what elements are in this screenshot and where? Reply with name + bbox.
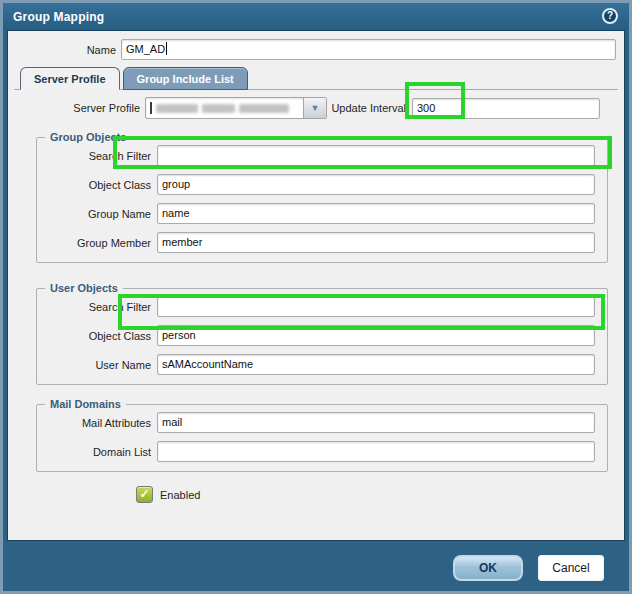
text-cursor [150,102,152,114]
mail-attributes-label: Mail Attributes [41,417,151,429]
group-objects-legend: Group Objects [45,131,131,143]
field-row: Object Class person [41,325,595,346]
user-object-class-field[interactable]: person [157,325,595,346]
name-field-value: GM_AD [126,43,165,55]
group-search-filter-label: Search Filter [41,150,151,162]
redaction-blob [156,104,198,113]
user-objects-search-filter-field[interactable] [157,296,595,317]
enabled-label: Enabled [160,489,200,501]
name-row: Name GM_AD [14,39,616,60]
redaction-blob [202,104,235,113]
name-field[interactable]: GM_AD [121,39,616,60]
domain-list-field[interactable] [157,441,595,462]
group-name-field[interactable]: name [157,203,595,224]
content-panel: Name GM_AD Server Profile Group Include … [7,30,625,541]
tab-group-include-list[interactable]: Group Include List [123,67,248,90]
help-icon[interactable]: ? [602,8,618,24]
group-objects-fieldset: Group Objects Search Filter Object Class… [36,131,608,263]
group-objects-search-filter-field[interactable] [157,145,595,166]
group-name-label: Group Name [41,208,151,220]
user-name-field[interactable]: sAMAccountName [157,354,595,375]
update-interval-field[interactable]: 300 [412,98,600,119]
enabled-row: ✓ Enabled [136,486,618,503]
redaction-blob [239,104,289,113]
page-title: Group Mapping [13,10,104,24]
group-object-class-field[interactable]: group [157,174,595,195]
user-search-filter-label: Search Filter [41,301,151,313]
update-interval-label: Update Interval [327,102,406,114]
field-row: Group Name name [41,203,595,224]
name-label: Name [14,44,116,56]
tab-bar: Server Profile Group Include List [20,67,618,89]
chevron-down-icon[interactable]: ▼ [303,98,326,118]
user-objects-legend: User Objects [45,282,123,294]
field-row: Search Filter [41,296,595,317]
title-bar: Group Mapping ? [3,3,629,30]
ok-button[interactable]: OK [453,555,523,581]
field-row: User Name sAMAccountName [41,354,595,375]
enabled-checkbox[interactable]: ✓ [136,486,153,503]
user-name-label: User Name [41,359,151,371]
group-object-class-label: Object Class [41,179,151,191]
redacted-value [146,98,303,118]
user-objects-fieldset: User Objects Search Filter Object Class … [36,282,608,385]
checkbox-check-icon: ✓ [139,487,149,501]
group-mapping-dialog: Group Mapping ? Name GM_AD Server Profil… [0,0,632,594]
group-member-field[interactable]: member [157,232,595,253]
mail-attributes-field[interactable]: mail [157,412,595,433]
server-profile-row: Server Profile ▼ Update Interval 300 [20,97,600,119]
server-profile-dropdown[interactable]: ▼ [145,97,327,119]
field-row: Mail Attributes mail [41,412,595,433]
field-row: Object Class group [41,174,595,195]
mail-domains-fieldset: Mail Domains Mail Attributes mail Domain… [36,398,608,472]
tab-server-profile[interactable]: Server Profile [20,67,120,90]
domain-list-label: Domain List [41,446,151,458]
cancel-button[interactable]: Cancel [538,555,604,581]
field-row: Domain List [41,441,595,462]
text-cursor [166,42,167,55]
server-profile-label: Server Profile [20,102,140,114]
server-profile-tab-panel: Server Profile ▼ Update Interval 300 Gr [14,89,618,503]
field-row: Group Member member [41,232,595,253]
user-object-class-label: Object Class [41,330,151,342]
field-row: Search Filter [41,145,595,166]
footer-bar: OK Cancel [3,545,629,591]
group-member-label: Group Member [41,237,151,249]
mail-domains-legend: Mail Domains [45,398,126,410]
